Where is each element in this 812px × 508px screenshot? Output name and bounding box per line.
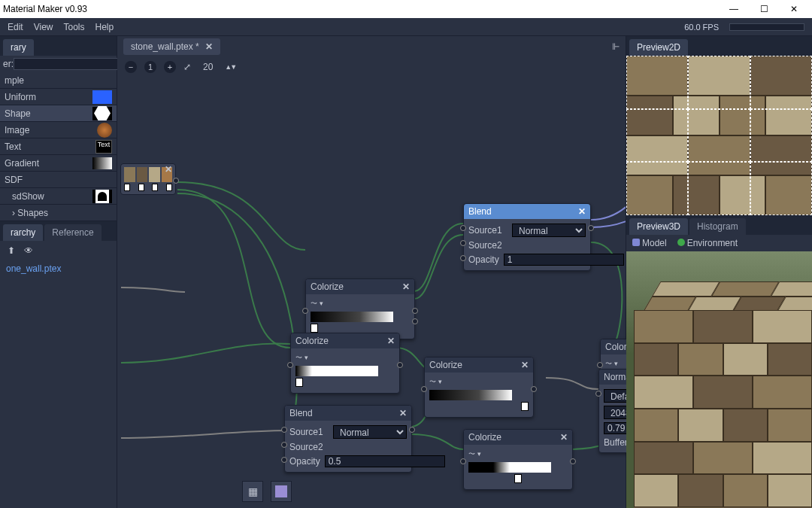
tab-histogram[interactable]: Histogram bbox=[689, 218, 746, 235]
zoom-stepper[interactable]: ▲▼ bbox=[225, 63, 235, 71]
close-icon[interactable]: ✕ bbox=[560, 432, 568, 443]
node-title: Blend bbox=[289, 408, 313, 418]
lib-item-shape[interactable]: Shape bbox=[0, 105, 117, 122]
node-colorize-2[interactable]: Colorize✕ 〜 ▾ bbox=[290, 333, 400, 394]
param-source2: Source2 bbox=[289, 442, 329, 452]
lib-item-simple[interactable]: mple bbox=[0, 72, 117, 89]
zoom-in-button[interactable]: + bbox=[164, 61, 176, 73]
preview3d-canvas[interactable] bbox=[626, 251, 812, 508]
close-icon[interactable]: ✕ bbox=[578, 206, 586, 217]
graph-toolbar: − 1 + ⤢ 20 ▲▼ bbox=[117, 57, 626, 77]
blend-mode-select[interactable]: Normal bbox=[512, 224, 586, 237]
zoom-reset-button[interactable]: 1 bbox=[144, 61, 156, 73]
close-icon[interactable]: ✕ bbox=[387, 336, 395, 346]
menubar: Edit View Tools Help 60.0 FPS bbox=[0, 18, 812, 36]
node-colorize-3[interactable]: Colorize✕ 〜 ▾ bbox=[424, 357, 534, 418]
close-icon[interactable]: ✕ bbox=[205, 41, 213, 52]
node-graph[interactable]: ✕ Colorize✕ 〜 ▾ Colorize✕ 〜 ▾ Colorize✕ … bbox=[117, 77, 626, 508]
param-opacity: Opacity bbox=[468, 254, 499, 265]
tab-library[interactable]: rary bbox=[3, 39, 34, 56]
document-tab-label: stone_wall.ptex * bbox=[131, 41, 199, 52]
fit-icon[interactable]: ⤢ bbox=[183, 62, 191, 72]
param-opacity: Opacity bbox=[289, 456, 320, 467]
blend-mode-select[interactable]: Normal bbox=[333, 425, 407, 439]
maximize-button[interactable]: ☐ bbox=[749, 0, 779, 18]
opacity-input[interactable] bbox=[325, 455, 445, 467]
menu-view[interactable]: View bbox=[34, 22, 53, 32]
progress-bar bbox=[729, 23, 804, 31]
filter-input[interactable] bbox=[14, 58, 134, 70]
menu-edit[interactable]: Edit bbox=[8, 22, 23, 32]
document-tab[interactable]: stone_wall.ptex * ✕ bbox=[123, 38, 220, 55]
tab-hierarchy[interactable]: rarchy bbox=[3, 224, 43, 241]
lib-item-uniform[interactable]: Uniform bbox=[0, 89, 117, 105]
hierarchy-item[interactable]: one_wall.ptex bbox=[6, 263, 111, 274]
model-toggle[interactable]: Model bbox=[632, 238, 667, 248]
node-title: Colorize bbox=[311, 281, 344, 292]
tab-reference[interactable]: Reference bbox=[44, 224, 101, 241]
close-button[interactable]: ✕ bbox=[779, 0, 809, 18]
close-icon[interactable]: ✕ bbox=[521, 360, 529, 370]
lib-item-sdf[interactable]: SDF bbox=[0, 172, 117, 188]
node-title: Colorize bbox=[468, 432, 501, 443]
layout-icon[interactable]: ⊩ bbox=[612, 41, 620, 52]
hierarchy-tabs: rarchy Reference bbox=[0, 221, 117, 241]
node-blend-2[interactable]: Blend✕ Source1Normal Source2 Opacity bbox=[284, 405, 412, 473]
library-tabs: rary bbox=[0, 36, 117, 56]
titlebar: Material Maker v0.93 — ☐ ✕ bbox=[0, 0, 812, 18]
fps-label: 60.0 FPS bbox=[684, 23, 719, 32]
lib-item-image[interactable]: Image bbox=[0, 122, 117, 138]
node-preview[interactable]: ✕ bbox=[120, 163, 176, 195]
buffer-label: Buffer bbox=[604, 437, 628, 448]
menu-tools[interactable]: Tools bbox=[63, 22, 84, 32]
menu-help[interactable]: Help bbox=[95, 22, 114, 32]
param-source1: Source1 bbox=[468, 225, 508, 236]
param-source2: Source2 bbox=[468, 240, 508, 251]
up-icon[interactable]: ⬆ bbox=[8, 245, 15, 256]
filter-label: er: bbox=[3, 59, 14, 69]
node-blend-1[interactable]: Blend✕ Source1Normal Source2 Opacity bbox=[463, 203, 591, 271]
library-list: mple Uniform Shape Image TextText Gradie… bbox=[0, 72, 117, 221]
window-title: Material Maker v0.93 bbox=[3, 4, 719, 14]
lib-item-gradient[interactable]: Gradient bbox=[0, 155, 117, 172]
opacity-input[interactable] bbox=[504, 254, 624, 266]
minimize-button[interactable]: — bbox=[719, 0, 749, 18]
close-icon[interactable]: ✕ bbox=[402, 281, 410, 292]
tab-preview3d[interactable]: Preview3D bbox=[629, 218, 688, 235]
lib-item-shapes[interactable]: › Shapes bbox=[0, 205, 117, 221]
3d-preview-button[interactable] bbox=[271, 481, 292, 502]
close-icon[interactable]: ✕ bbox=[165, 164, 172, 175]
close-icon[interactable]: ✕ bbox=[399, 408, 407, 418]
preview2d-canvas[interactable] bbox=[626, 56, 812, 215]
zoom-value[interactable]: 20 bbox=[198, 62, 217, 72]
2d-preview-button[interactable]: ▦ bbox=[242, 481, 263, 502]
node-title: Blend bbox=[468, 206, 492, 217]
node-title: Colorize bbox=[429, 360, 462, 370]
tab-preview2d[interactable]: Preview2D bbox=[629, 39, 688, 56]
node-colorize-4[interactable]: Colorize✕ 〜 ▾ bbox=[463, 429, 573, 490]
lib-item-sdshow[interactable]: sdShow bbox=[0, 188, 117, 205]
lib-item-text[interactable]: TextText bbox=[0, 138, 117, 155]
node-title: Colorize bbox=[295, 336, 329, 346]
param-source1: Source1 bbox=[289, 427, 329, 437]
node-colorize-1[interactable]: Colorize✕ 〜 ▾ bbox=[305, 278, 415, 339]
eye-icon[interactable]: 👁 bbox=[24, 245, 33, 256]
environment-toggle[interactable]: Environment bbox=[677, 238, 738, 248]
zoom-out-button[interactable]: − bbox=[125, 61, 137, 73]
